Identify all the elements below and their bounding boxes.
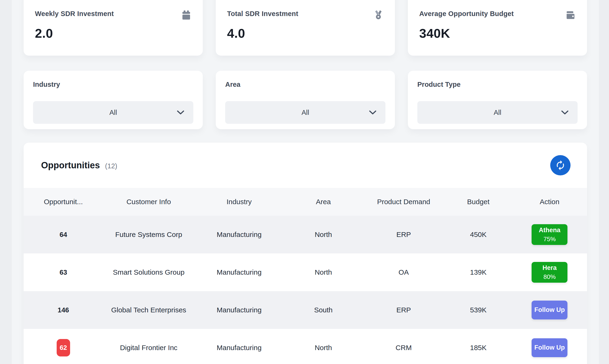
cell-area: South [284, 291, 363, 329]
column-header-opportunity-id: Opportunit... [24, 188, 103, 216]
cell-industry: Manufacturing [194, 253, 284, 291]
cell-opportunity-id: 64 [59, 231, 67, 238]
industry-select[interactable]: All [33, 101, 193, 124]
cell-industry: Manufacturing [194, 329, 284, 364]
filter-label: Industry [33, 81, 193, 88]
action-button[interactable]: Follow Up [532, 300, 567, 319]
refresh-button[interactable] [550, 155, 570, 175]
page-title: Opportunities [41, 160, 100, 170]
cell-customer: Global Tech Enterprises [103, 291, 194, 329]
cell-industry: Manufacturing [194, 216, 284, 253]
column-header-budget: Budget [444, 188, 512, 216]
wallet-icon [565, 10, 576, 20]
stat-value: 340K [419, 26, 576, 40]
stat-label: Average Opportunity Budget [419, 10, 514, 18]
cell-customer: Future Systems Corp [103, 216, 194, 253]
stats-row: Weekly SDR Investment 2.0 Total SDR Inve… [24, 0, 587, 56]
cell-product-demand: CRM [363, 329, 444, 364]
cell-budget: 139K [444, 253, 512, 291]
filter-label: Area [225, 81, 386, 88]
chevron-down-icon [176, 108, 185, 117]
opportunities-card: Opportunities (12) Opportunit... Custome… [24, 143, 587, 364]
column-header-industry: Industry [194, 188, 284, 216]
area-select-value: All [302, 109, 309, 117]
chevron-down-icon [560, 108, 569, 117]
chevron-down-icon [368, 108, 377, 117]
filter-label: Product Type [417, 81, 578, 88]
column-header-area: Area [284, 188, 363, 216]
stat-card-avg-budget: Average Opportunity Budget 340K [408, 0, 587, 56]
stat-value: 2.0 [35, 26, 192, 40]
opportunities-count: (12) [105, 162, 117, 170]
product-type-select-value: All [494, 109, 501, 117]
cell-budget: 450K [444, 216, 512, 253]
action-button[interactable]: Follow Up [532, 338, 567, 357]
cell-opportunity-id: 63 [59, 269, 67, 276]
table-header-row: Opportunit... Customer Info Industry Are… [24, 188, 587, 216]
column-header-product-demand: Product Demand [363, 188, 444, 216]
column-header-customer-info: Customer Info [103, 188, 194, 216]
table-row: 146 Global Tech Enterprises Manufacturin… [24, 291, 587, 329]
table-row: 63 Smart Solutions Group Manufacturing N… [24, 253, 587, 291]
stat-card-total-sdr: Total SDR Investment 4.0 [216, 0, 395, 56]
cell-product-demand: ERP [363, 216, 444, 253]
column-header-action: Action [512, 188, 587, 216]
medal-icon [373, 10, 384, 20]
table-row: 62 Digital Frontier Inc Manufacturing No… [24, 329, 587, 364]
cell-opportunity-id: 62 [57, 339, 70, 356]
refresh-icon [555, 160, 566, 171]
stat-label: Total SDR Investment [227, 10, 298, 18]
opportunities-header: Opportunities (12) [24, 143, 587, 188]
industry-select-value: All [109, 109, 117, 117]
filter-card-product-type: Product Type All [408, 71, 587, 129]
cell-customer: Smart Solutions Group [103, 253, 194, 291]
filter-card-area: Area All [216, 71, 395, 129]
opportunities-table: Opportunit... Customer Info Industry Are… [24, 188, 587, 364]
cell-product-demand: OA [363, 253, 444, 291]
cell-area: North [284, 329, 363, 364]
stat-card-weekly-sdr: Weekly SDR Investment 2.0 [24, 0, 203, 56]
cell-industry: Manufacturing [194, 291, 284, 329]
cell-budget: 185K [444, 329, 512, 364]
filters-row: Industry All Area All Product Type All [24, 71, 587, 129]
action-button[interactable]: Hera 80% [532, 262, 567, 283]
stat-label: Weekly SDR Investment [35, 10, 114, 18]
cell-budget: 539K [444, 291, 512, 329]
cell-opportunity-id: 146 [58, 306, 69, 314]
cell-area: North [284, 216, 363, 253]
action-button[interactable]: Athena 75% [532, 224, 567, 245]
area-select[interactable]: All [225, 101, 386, 124]
cell-area: North [284, 253, 363, 291]
page: Weekly SDR Investment 2.0 Total SDR Inve… [12, 0, 599, 364]
calendar-icon [181, 10, 192, 20]
filter-card-industry: Industry All [24, 71, 203, 129]
product-type-select[interactable]: All [417, 101, 578, 124]
cell-product-demand: ERP [363, 291, 444, 329]
stat-value: 4.0 [227, 26, 384, 40]
table-row: 64 Future Systems Corp Manufacturing Nor… [24, 216, 587, 253]
cell-customer: Digital Frontier Inc [103, 329, 194, 364]
